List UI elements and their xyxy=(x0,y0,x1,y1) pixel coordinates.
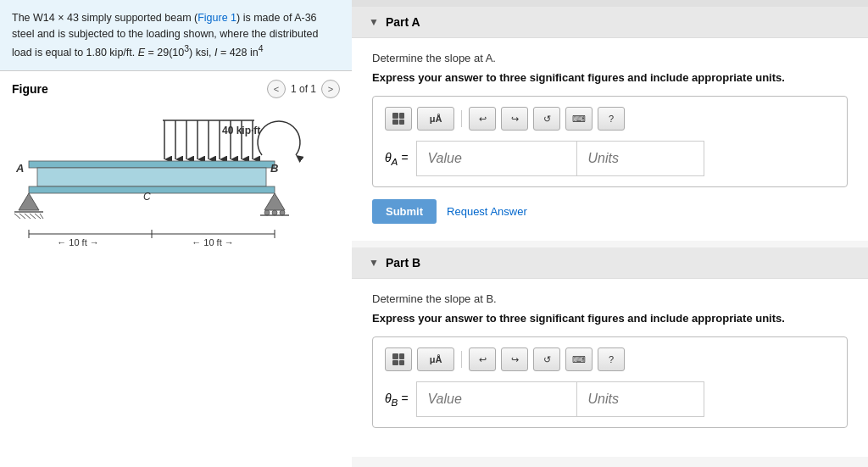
part-a-value-input[interactable] xyxy=(416,141,577,176)
svg-marker-22 xyxy=(264,193,285,210)
part-b-instruction: Determine the slope at B. xyxy=(372,292,848,305)
help-button-a[interactable]: ? xyxy=(598,107,625,131)
part-b-content: Determine the slope at B. Express your a… xyxy=(352,279,868,457)
part-b-answer-box: μÅ ↩ ↪ ↺ ⌨ ? xyxy=(372,336,848,428)
part-b-units-input[interactable] xyxy=(577,381,704,417)
part-b-toolbar: μÅ ↩ ↪ ↺ ⌨ ? xyxy=(385,347,835,371)
prev-figure-button[interactable]: < xyxy=(267,80,286,98)
figure-title: Figure xyxy=(12,82,48,96)
top-bar xyxy=(352,0,868,7)
part-a-collapse-icon[interactable]: ▼ xyxy=(369,16,379,28)
figure-link[interactable]: Figure 1 xyxy=(198,12,236,24)
part-b-label: θB = xyxy=(385,392,408,408)
part-b-requirement: Express your answer to three significant… xyxy=(372,312,848,325)
svg-point-24 xyxy=(272,210,277,215)
svg-text:← 10 ft →: ← 10 ft → xyxy=(192,237,234,247)
part-a-request-answer-link[interactable]: Request Answer xyxy=(447,205,527,218)
next-figure-button[interactable]: > xyxy=(321,80,340,98)
grid-format-button-a[interactable] xyxy=(385,107,412,131)
part-a-actions: Submit Request Answer xyxy=(372,199,848,224)
problem-description: The W14 × 43 simply supported beam (Figu… xyxy=(0,0,352,71)
svg-text:← 10 ft →: ← 10 ft → xyxy=(57,237,99,247)
svg-text:B: B xyxy=(270,162,278,175)
part-b-section: ▼ Part B Determine the slope at B. Expre… xyxy=(352,247,868,457)
part-a-section: ▼ Part A Determine the slope at A. Expre… xyxy=(352,7,868,241)
figure-header: Figure < 1 of 1 > xyxy=(12,80,340,98)
svg-point-25 xyxy=(280,210,285,215)
svg-line-19 xyxy=(30,214,36,219)
keyboard-button-a[interactable]: ⌨ xyxy=(565,107,593,131)
svg-line-20 xyxy=(35,214,41,219)
part-a-title: Part A xyxy=(386,15,420,29)
separator-1 xyxy=(461,110,462,127)
help-button-b[interactable]: ? xyxy=(598,347,625,371)
part-a-requirement: Express your answer to three significant… xyxy=(372,71,848,84)
part-b-title: Part B xyxy=(386,256,420,270)
part-b-input-row: θB = xyxy=(385,381,835,417)
grid-format-button-b[interactable] xyxy=(385,347,412,371)
part-a-submit-button[interactable]: Submit xyxy=(372,199,437,224)
svg-rect-11 xyxy=(29,161,275,168)
part-b-collapse-icon[interactable]: ▼ xyxy=(369,257,379,269)
svg-text:C: C xyxy=(143,191,151,203)
svg-text:A: A xyxy=(15,162,24,175)
svg-point-23 xyxy=(264,210,270,215)
part-a-toolbar: μÅ ↩ ↪ ↺ ⌨ ? xyxy=(385,107,835,131)
mu-button-b[interactable]: μÅ xyxy=(417,347,454,371)
right-panel: ▼ Part A Determine the slope at A. Expre… xyxy=(352,0,868,467)
part-b-value-input[interactable] xyxy=(416,381,577,417)
reset-button-b[interactable]: ↺ xyxy=(533,347,560,371)
keyboard-button-b[interactable]: ⌨ xyxy=(565,347,593,371)
svg-rect-13 xyxy=(29,186,275,193)
figure-nav: < 1 of 1 > xyxy=(267,80,340,98)
mu-button-a[interactable]: μÅ xyxy=(417,107,454,131)
undo-button-b[interactable]: ↩ xyxy=(469,347,496,371)
part-b-header: ▼ Part B xyxy=(352,247,868,279)
part-a-input-row: θA = xyxy=(385,141,835,176)
svg-rect-12 xyxy=(37,168,266,186)
part-a-label: θA = xyxy=(385,151,408,167)
left-panel: The W14 × 43 simply supported beam (Figu… xyxy=(0,0,352,467)
redo-button-a[interactable]: ↪ xyxy=(501,107,528,131)
beam-diagram: 40 kip·ft xyxy=(12,108,340,278)
reset-button-a[interactable]: ↺ xyxy=(533,107,560,131)
undo-button-a[interactable]: ↩ xyxy=(469,107,496,131)
part-a-units-input[interactable] xyxy=(577,141,704,176)
svg-line-17 xyxy=(19,214,25,219)
svg-line-18 xyxy=(25,214,31,219)
figure-count: 1 of 1 xyxy=(291,83,316,95)
redo-button-b[interactable]: ↪ xyxy=(501,347,528,371)
separator-2 xyxy=(461,351,462,368)
part-a-header: ▼ Part A xyxy=(352,7,868,38)
svg-line-16 xyxy=(14,214,20,219)
svg-marker-14 xyxy=(19,193,39,210)
figure-area: Figure < 1 of 1 > 40 kip·ft xyxy=(0,71,352,467)
part-a-answer-box: μÅ ↩ ↪ ↺ ⌨ ? xyxy=(372,96,848,187)
part-a-content: Determine the slope at A. Express your a… xyxy=(352,38,868,241)
part-a-instruction: Determine the slope at A. xyxy=(372,52,848,64)
